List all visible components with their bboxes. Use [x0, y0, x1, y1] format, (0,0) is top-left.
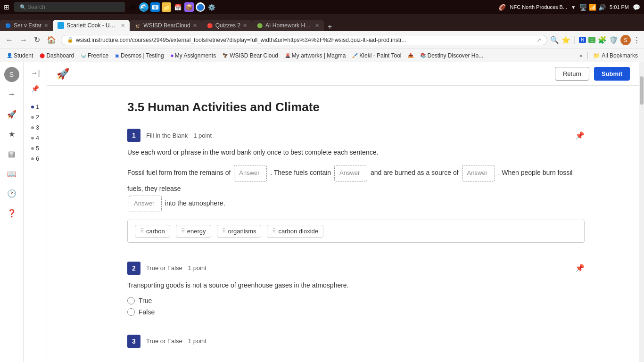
- bm-assignments[interactable]: ■ My Assignments: [168, 51, 219, 60]
- tab3-close[interactable]: ✕: [193, 23, 197, 29]
- blank-1[interactable]: Answer: [234, 165, 267, 181]
- tab1-close[interactable]: ✕: [44, 23, 48, 29]
- bookmarks-more-button[interactable]: »: [577, 51, 585, 60]
- q3-points: 1 point: [188, 337, 206, 345]
- quiz-topbar-buttons: Return Submit: [555, 67, 630, 81]
- bm-desmos[interactable]: ▣ Desmos | Testing: [112, 51, 167, 60]
- sidebar-icon-clock[interactable]: 🕐: [4, 186, 19, 201]
- settings-icon[interactable]: ⚙️: [207, 2, 216, 12]
- q2-radio-false[interactable]: [127, 308, 135, 316]
- q-num-label-1: 1: [36, 104, 39, 110]
- chrome-icon[interactable]: 🔵: [196, 2, 205, 12]
- q1-badge: 1: [127, 129, 140, 142]
- q-nav-5[interactable]: 5: [29, 144, 41, 153]
- q2-option-true[interactable]: True: [127, 297, 585, 304]
- windows-icon[interactable]: ⊞: [4, 3, 9, 11]
- new-tab-button[interactable]: +: [324, 23, 336, 31]
- scrollbar[interactable]: [639, 62, 644, 362]
- sidebar-icon-grid[interactable]: ▦: [4, 146, 19, 161]
- q-dot-4: [31, 137, 34, 140]
- bm-freerice[interactable]: 🍚 Freerice: [78, 51, 111, 60]
- return-button[interactable]: Return: [555, 67, 589, 81]
- quiz-body: 3.5 Human Activities and Climate 1 Fill …: [47, 86, 613, 362]
- q1-pin-icon[interactable]: 📌: [575, 131, 585, 140]
- search-icon[interactable]: 🔍: [550, 36, 559, 44]
- submit-button[interactable]: Submit: [594, 67, 630, 81]
- bookmark-star-icon[interactable]: ⭐: [561, 36, 570, 44]
- q-nav-4[interactable]: 4: [29, 134, 41, 142]
- all-bookmarks-button[interactable]: 📁 All Bookmarks: [591, 51, 640, 60]
- q2-badge: 2: [127, 262, 140, 275]
- back-button[interactable]: ←: [4, 35, 15, 45]
- bm-destiny2[interactable]: 📚 Destiny Discover Ho...: [417, 51, 486, 60]
- word-chip-organisms[interactable]: ⠿ organisms: [217, 225, 262, 238]
- blank-4[interactable]: Answer: [129, 196, 162, 212]
- home-button[interactable]: 🏠: [45, 34, 58, 45]
- bm-kleki[interactable]: 🖌️ Kleki - Paint Tool: [349, 51, 404, 60]
- bm-bearcloud[interactable]: 🦅 WSISD Bear Cloud: [220, 51, 281, 60]
- word-chip-energy[interactable]: ⠿ energy: [176, 225, 211, 238]
- q2-option-false[interactable]: False: [127, 308, 585, 316]
- sidebar-icon-help[interactable]: ❓: [4, 206, 19, 221]
- word-bank: ⠿ carbon ⠿ energy ⠿ organisms ⠿: [127, 220, 585, 243]
- bm-desmos-label: Desmos | Testing: [121, 52, 164, 59]
- extensions-icon[interactable]: 🧩: [598, 36, 607, 44]
- q-num-label-5: 5: [36, 145, 39, 152]
- purple-icon[interactable]: 📦: [184, 2, 194, 12]
- q2-radio-true[interactable]: [127, 297, 135, 304]
- q-nav-1[interactable]: 1: [29, 103, 41, 111]
- word-chip-carbon-dioxide[interactable]: ⠿ carbon dioxide: [267, 225, 323, 238]
- bm-freerice-label: Freerice: [88, 52, 108, 59]
- calendar-icon[interactable]: 📅: [173, 2, 182, 12]
- task-view-icon[interactable]: ⊡: [128, 2, 137, 12]
- tab5-close[interactable]: ✕: [315, 23, 319, 29]
- edge-icon[interactable]: 🌊: [139, 2, 149, 12]
- q-nav-6[interactable]: 6: [29, 155, 41, 163]
- bm-magma[interactable]: 🌋 My artworks | Magma: [282, 51, 348, 60]
- quiz-nav-numbers: 1 2 3 4 5: [29, 103, 41, 163]
- sidebar-icon-rocket[interactable]: 🚀: [4, 107, 19, 122]
- main-area: S → 🚀 ★ ▦ 📖 🕐 ❓ →| 📌 1 2: [0, 62, 644, 362]
- taskbar-right: 🏈 NFC North Produces B... ▼ 🖥️📶🔊 5:01 PM…: [498, 4, 640, 11]
- sidebar-icon-book[interactable]: 📖: [4, 166, 19, 181]
- sidebar-icon-arrow[interactable]: →: [4, 87, 19, 102]
- files-icon[interactable]: 📁: [162, 2, 171, 12]
- outlook-icon[interactable]: 📧: [150, 2, 160, 12]
- sidebar-icon-star[interactable]: ★: [4, 126, 19, 141]
- taskbar-search-input[interactable]: [14, 2, 125, 12]
- forward-button[interactable]: →: [18, 35, 29, 45]
- tab-wsisd-bearcloud[interactable]: 🦅 WSISD BearCloud ✕: [130, 20, 201, 31]
- blank-2[interactable]: Answer: [334, 165, 367, 181]
- scroll-thumb[interactable]: [640, 76, 644, 105]
- q3-type: True or False: [146, 337, 182, 345]
- tab-ser-v-estar[interactable]: 🔵 Ser v Estar ✕: [0, 20, 53, 31]
- blank-3[interactable]: Answer: [462, 165, 495, 181]
- reload-button[interactable]: ↻: [32, 34, 42, 45]
- tab-ai-homework[interactable]: 🟢 AI Homework Helper | Quiz... ✕: [252, 20, 324, 31]
- notification-icon[interactable]: 💬: [633, 4, 640, 11]
- question-1-block: 1 Fill in the Blank 1 point 📌 Use each w…: [127, 129, 585, 243]
- tab-scarlett-cook[interactable]: Scarlett Cook - Unit one test ✕: [53, 20, 130, 31]
- news-icon: 🏈: [498, 4, 506, 11]
- q2-pin-icon[interactable]: 📌: [575, 263, 585, 272]
- drag-dots-energy: ⠿: [181, 228, 185, 234]
- bm-dashboard[interactable]: ⬤ Dashboard: [37, 51, 77, 60]
- profile-avatar[interactable]: S: [620, 35, 631, 45]
- chevron-down-icon[interactable]: ▼: [571, 5, 576, 10]
- tab-quizzes2[interactable]: 🔴 Quizzes 2 ✕: [202, 20, 252, 31]
- bm-magma-label: My artworks | Magma: [292, 52, 346, 59]
- tab4-close[interactable]: ✕: [243, 23, 247, 29]
- q-nav-3[interactable]: 3: [29, 123, 41, 132]
- shield-icon[interactable]: 🛡️: [609, 36, 618, 44]
- q-nav-2[interactable]: 2: [29, 113, 41, 122]
- word-chip-carbon[interactable]: ⠿ carbon: [135, 225, 170, 238]
- bm-student[interactable]: 👤 Student: [4, 51, 36, 60]
- nav-collapse-toggle[interactable]: →|: [28, 67, 42, 79]
- menu-icon[interactable]: ⋮: [633, 36, 640, 44]
- bm-destiny[interactable]: 📥: [405, 52, 416, 59]
- url-box[interactable]: 🔒 wsisd.instructure.com/courses/29495/ex…: [61, 35, 547, 45]
- drag-dots-organisms: ⠿: [222, 228, 226, 234]
- tab2-close[interactable]: ✕: [121, 23, 125, 29]
- nav-pin-icon[interactable]: 📌: [28, 82, 42, 94]
- user-avatar[interactable]: S: [4, 67, 19, 82]
